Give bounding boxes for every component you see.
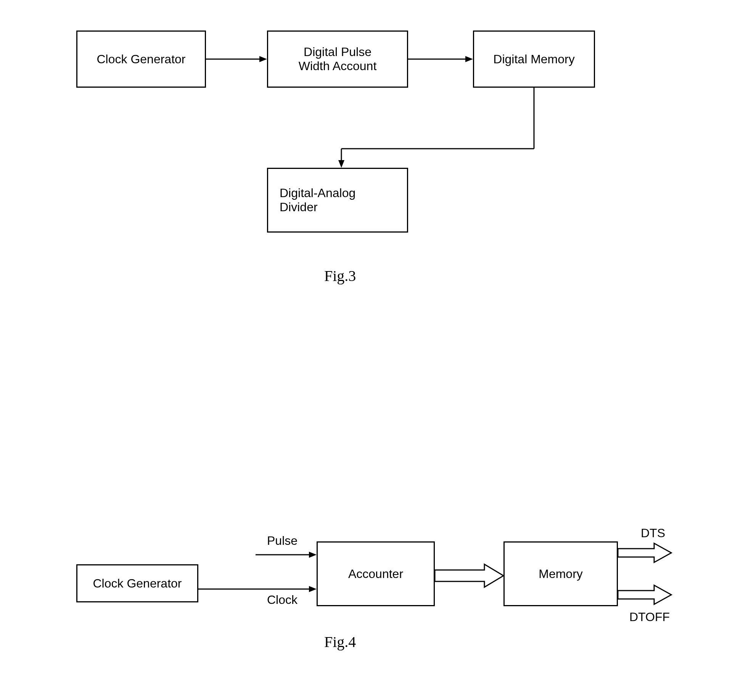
fig4-accounter-label: Accounter	[348, 567, 403, 581]
fig4-dtoff-label: DTOFF	[629, 610, 670, 624]
svg-marker-13	[618, 543, 671, 562]
svg-marker-1	[259, 56, 267, 62]
fig4-pulse-input-arrow	[256, 551, 317, 559]
svg-marker-3	[465, 56, 473, 62]
fig3-clock-generator-box: Clock Generator	[76, 31, 206, 88]
fig3-digital-memory-box: Digital Memory	[473, 31, 595, 88]
fig4-memory-label: Memory	[539, 567, 583, 581]
fig3-digital-pulse-width-account-box: Digital Pulse Width Account	[267, 31, 408, 88]
fig3-digital-memory-label: Digital Memory	[493, 52, 574, 66]
fig4-accounter-box: Accounter	[317, 541, 435, 606]
fig4-dtoff-output-arrow	[618, 585, 671, 604]
fig3-arrow-dpwa-to-dm	[408, 55, 473, 63]
fig4-dts-output-arrow	[618, 543, 671, 562]
fig4-clock-input-arrow	[198, 585, 317, 593]
svg-marker-7	[338, 160, 344, 168]
fig4-clock-generator-box: Clock Generator	[76, 564, 198, 602]
svg-marker-11	[309, 586, 317, 592]
fig4-memory-box: Memory	[503, 541, 618, 606]
fig3-dad-label: Digital-Analog Divider	[280, 186, 355, 214]
fig3-digital-analog-divider-box: Digital-Analog Divider	[267, 168, 408, 233]
svg-marker-12	[435, 564, 503, 587]
fig4-clock-label: Clock	[267, 593, 298, 607]
fig4-clock-generator-label: Clock Generator	[93, 576, 182, 591]
fig4-caption: Fig.4	[324, 633, 356, 651]
fig3-arrow-dm-to-dad	[336, 88, 538, 170]
fig4-pulse-label: Pulse	[267, 534, 298, 548]
fig4-accounter-to-memory-arrow	[435, 564, 503, 587]
fig3-dpwa-label: Digital Pulse Width Account	[299, 45, 377, 73]
fig3-clock-generator-label: Clock Generator	[97, 52, 186, 66]
fig3-arrow-cg-to-dpwa	[206, 55, 267, 63]
fig3-caption: Fig.3	[324, 267, 356, 285]
svg-marker-14	[618, 585, 671, 604]
fig4-dts-label: DTS	[641, 526, 665, 540]
svg-marker-9	[309, 552, 317, 558]
